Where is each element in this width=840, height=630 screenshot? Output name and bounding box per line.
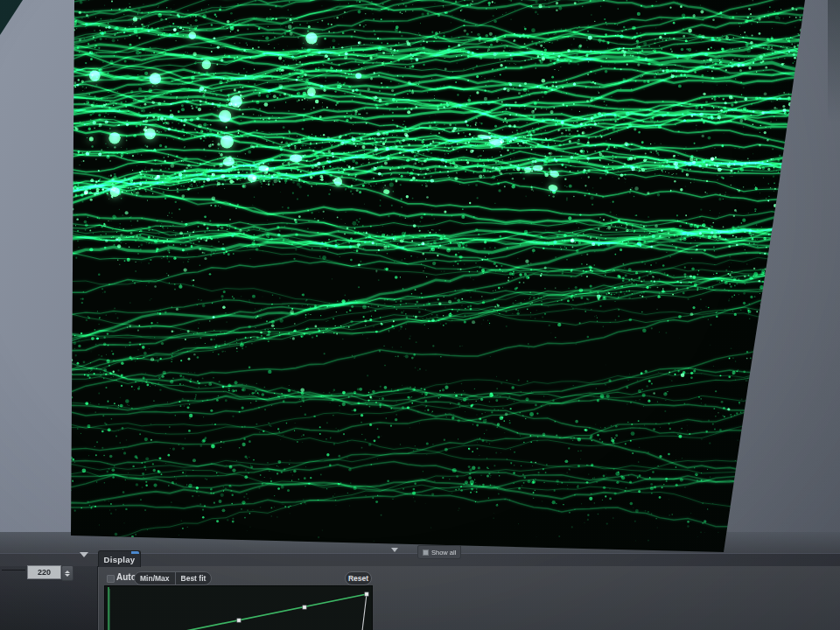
stepper-down-icon[interactable] xyxy=(65,574,70,577)
overlay-collapse-icon[interactable] xyxy=(391,548,398,552)
best-fit-button[interactable]: Best fit xyxy=(175,572,212,584)
stepper-up-icon[interactable] xyxy=(65,570,70,573)
tab-accent-mark xyxy=(131,551,139,554)
min-max-button[interactable]: Min/Max xyxy=(135,572,175,584)
tab-display[interactable]: Display xyxy=(98,550,141,567)
slider-track[interactable] xyxy=(2,570,25,570)
reset-button[interactable]: Reset xyxy=(345,571,372,585)
curve-control-point[interactable] xyxy=(365,592,368,596)
show-all-checkbox-icon xyxy=(423,550,429,556)
show-all-toggle[interactable]: Show all xyxy=(417,545,461,559)
histogram-curve-editor[interactable] xyxy=(104,585,373,630)
panel-collapse-icon[interactable] xyxy=(80,552,88,557)
curve-control-point[interactable] xyxy=(237,619,241,622)
value-input[interactable] xyxy=(27,565,61,579)
tab-display-label: Display xyxy=(104,555,136,564)
curve-control-point[interactable] xyxy=(303,606,306,609)
auto-checkbox[interactable] xyxy=(107,575,115,583)
show-all-label: Show all xyxy=(431,549,456,556)
value-stepper[interactable] xyxy=(61,565,74,581)
photo-of-monitor: Display Show all Auto Min/Max Best fit R… xyxy=(0,0,840,630)
histogram-curve-svg xyxy=(105,586,370,630)
fluorescence-micrograph xyxy=(0,0,840,560)
monitor-corner-shadow xyxy=(0,0,30,40)
range-button-group: Min/Max Best fit xyxy=(134,571,212,585)
micrograph-viewer[interactable] xyxy=(0,0,840,560)
monitor-edge-shadow xyxy=(828,0,840,122)
